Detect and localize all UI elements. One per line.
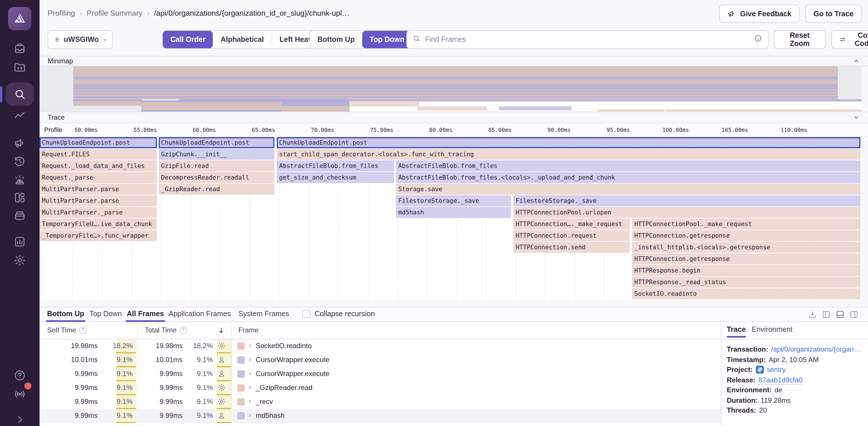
expand-chevron-icon[interactable]: › — [249, 342, 251, 349]
sidebar-item-releases[interactable] — [0, 206, 39, 225]
flame-frame[interactable]: HTTPConnectionPool._make_request — [632, 219, 861, 230]
flame-frame[interactable]: MultiPartParser._parse — [39, 207, 157, 218]
sort-call-order[interactable]: Call Order — [163, 31, 213, 48]
flame-frame[interactable]: _GzipReader.read — [159, 184, 274, 195]
sidebar-item-search-active[interactable] — [0, 83, 39, 106]
flame-frame[interactable]: ChunkUploadEndpoint.post — [159, 137, 274, 148]
table-row[interactable]: 19.98ms 18.2% 19.98ms 18.2% › SocketIO.r… — [39, 339, 721, 353]
breadcrumb-profiling[interactable]: Profiling — [48, 9, 75, 18]
flame-frame[interactable]: HTTPConnection…._make_request — [514, 219, 630, 230]
sentry-logo[interactable] — [8, 7, 31, 30]
collapse-recursion-control[interactable]: Collapse recursion — [302, 310, 375, 318]
flame-frame[interactable]: HTTPConnection.getresponse — [632, 253, 861, 264]
table-row[interactable]: 9.99ms 9.1% 9.99ms 9.1% › CursorWrapper.… — [39, 367, 721, 381]
flame-frame[interactable]: ChunkUploadEndpoint.post — [39, 137, 157, 148]
sidebar-item-replays[interactable] — [0, 152, 39, 171]
project-link[interactable]: sentry — [767, 366, 785, 374]
collapse-recursion-checkbox[interactable] — [302, 310, 310, 318]
flame-frame[interactable]: Request._load_data_and_files — [39, 160, 157, 171]
table-row[interactable]: 9.99ms 9.1% 9.99ms 9.1% › _GzipReader.re… — [39, 381, 721, 395]
flame-frame[interactable]: FilestoreStorage._save — [514, 195, 861, 206]
flame-frame[interactable]: SocketIO.readinto — [632, 288, 861, 299]
sidebar-item-explore[interactable] — [0, 58, 39, 77]
sidebar-item-help[interactable] — [0, 366, 39, 385]
flame-frame[interactable]: DecompressReader.readall — [159, 172, 274, 183]
flame-frame[interactable]: AbstractFileBlob.from_files.<locals>._up… — [396, 172, 861, 183]
sidebar-item-broadcasts[interactable] — [0, 385, 39, 403]
sort-alphabetical[interactable]: Alphabetical — [213, 31, 272, 48]
total-time-header[interactable]: Total Time ? — [145, 326, 187, 334]
layout-left-icon[interactable] — [822, 310, 831, 319]
sort-descending-icon[interactable] — [217, 327, 225, 334]
expand-chevron-icon[interactable]: › — [249, 384, 251, 391]
sidebar-item-settings[interactable] — [0, 251, 39, 270]
collapse-minimap-icon[interactable] — [853, 58, 860, 65]
flame-frame[interactable]: Request._parse — [39, 172, 157, 183]
sidebar-expand-button[interactable] — [0, 410, 39, 426]
sidebar-item-feedback[interactable] — [0, 134, 39, 152]
flame-frame[interactable]: _install_httplib.<locals>.getresponse — [632, 242, 861, 253]
tab-trace[interactable]: Trace — [727, 325, 746, 334]
self-time-header[interactable]: Self Time ? — [47, 326, 87, 334]
question-icon[interactable]: ? — [179, 326, 187, 334]
flame-frame[interactable]: AbstractFileBlob.from_files — [277, 160, 394, 171]
flame-frame[interactable]: Storage.save — [396, 184, 861, 195]
transaction-link[interactable]: /api/0/organizations/{organ… — [771, 345, 861, 353]
flame-frame[interactable]: get_size_and_checksum — [277, 172, 394, 183]
expand-chevron-icon[interactable]: › — [249, 397, 251, 404]
flame-frame[interactable]: GzipFile.read — [159, 160, 274, 171]
direction-bottom-up[interactable]: Bottom Up — [310, 31, 362, 48]
breadcrumb-profile-summary[interactable]: Profile Summary — [87, 9, 143, 18]
flame-frame[interactable]: md5hash — [396, 207, 511, 218]
sidebar-item-dashboards[interactable] — [0, 188, 39, 207]
download-icon[interactable] — [808, 310, 817, 319]
color-coding-button[interactable]: Color Coding — [831, 30, 868, 49]
flame-frame[interactable]: Request.FILES — [39, 149, 157, 160]
tab-environment[interactable]: Environment — [752, 325, 793, 334]
release-link[interactable]: 87aab1d9cfa0 — [758, 376, 803, 385]
give-feedback-button[interactable]: Give Feedback — [719, 5, 800, 23]
sidebar-item-insights[interactable] — [0, 107, 39, 126]
table-row[interactable]: 10.01ms 9.1% 10.01ms 9.1% › CursorWrappe… — [39, 353, 721, 367]
sidebar-item-stats[interactable] — [0, 232, 39, 251]
question-icon[interactable]: ? — [79, 326, 87, 334]
tab-system-frames[interactable]: System Frames — [238, 307, 289, 322]
flame-frame[interactable]: HTTPResponse._read_status — [632, 276, 861, 288]
flame-frame[interactable]: TemporaryFileU….ive_data_chunk — [39, 219, 157, 230]
flame-frame[interactable]: HTTPResponse.begin — [632, 265, 861, 276]
info-icon[interactable] — [754, 34, 762, 45]
go-to-trace-button[interactable]: Go to Trace — [805, 5, 862, 23]
collapse-trace-icon[interactable] — [853, 114, 860, 121]
flame-frame[interactable]: HTTPConnection.getresponse — [632, 230, 861, 241]
layout-bottom-icon[interactable] — [835, 310, 845, 319]
flamegraph[interactable]: ChunkUploadEndpoint.postChunkUploadEndpo… — [39, 137, 862, 300]
flame-frame[interactable]: AbstractFileBlob.from_files — [396, 160, 861, 171]
expand-chevron-icon[interactable]: › — [249, 370, 251, 376]
tab-bottom-up[interactable]: Bottom Up — [47, 307, 84, 322]
find-frames-search[interactable] — [406, 30, 769, 49]
flame-frame[interactable]: MultiPartParser.parse — [39, 195, 157, 206]
search-input[interactable] — [425, 35, 749, 43]
flame-frame[interactable]: start_child_span_decorator.<locals>.func… — [277, 149, 861, 160]
flame-frame[interactable]: HTTPConnectionPool.urlopen — [514, 207, 861, 218]
tab-all-frames[interactable]: All Frames — [127, 307, 164, 322]
sidebar-item-issues[interactable] — [0, 39, 39, 58]
flame-frame[interactable]: HTTPConnection.send — [514, 242, 630, 253]
tab-application-frames[interactable]: Application Frames — [168, 307, 231, 322]
expand-chevron-icon[interactable]: › — [249, 356, 251, 363]
flame-frame[interactable]: FilestoreStorage._save — [396, 195, 511, 206]
reset-zoom-button[interactable]: Reset Zoom — [774, 30, 826, 49]
flame-frame[interactable]: _TemporaryFile…>.func_wrapper — [39, 230, 157, 241]
thread-selector[interactable]: uWSGIWor… — [48, 30, 113, 49]
sidebar-item-alerts[interactable] — [0, 171, 39, 190]
flame-frame[interactable]: ChunkUploadEndpoint.post — [277, 137, 861, 148]
tab-top-down[interactable]: Top Down — [90, 307, 122, 322]
minimap-canvas[interactable] — [39, 66, 862, 111]
expand-chevron-icon[interactable]: › — [249, 412, 251, 419]
flame-frame[interactable]: MultiPartParser.parse — [39, 184, 157, 195]
table-row[interactable]: 9.99ms 9.1% 9.99ms 9.1% › md5hash — [39, 409, 721, 423]
flame-frame[interactable]: HTTPConnection.request — [514, 230, 630, 241]
table-row[interactable]: 9.99ms 9.1% 9.99ms 9.1% › _recv — [39, 395, 721, 409]
direction-top-down[interactable]: Top Down — [362, 31, 412, 48]
flame-frame[interactable]: GzipChunk.__init__ — [159, 149, 274, 160]
